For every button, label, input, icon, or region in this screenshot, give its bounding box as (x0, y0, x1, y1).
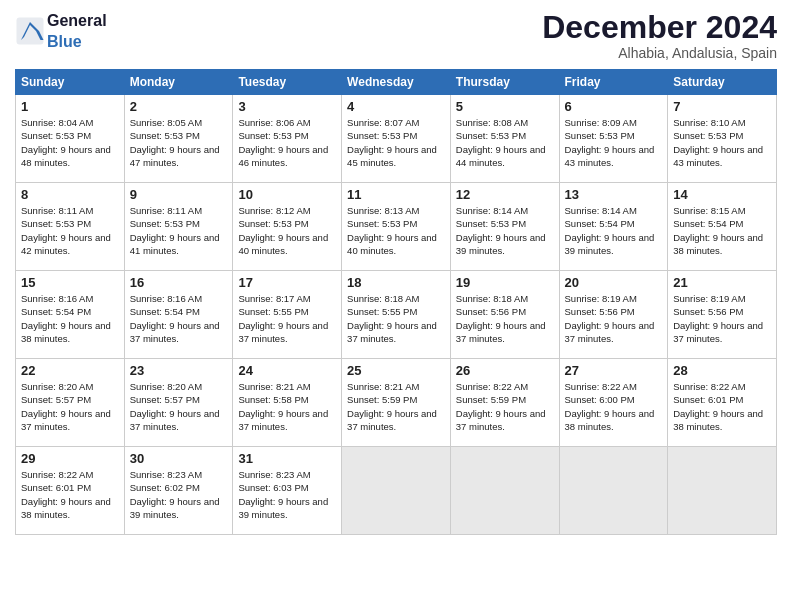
day-number: 27 (565, 363, 663, 378)
page: General Blue December 2024 Alhabia, Anda… (0, 0, 792, 612)
day-info: Sunrise: 8:10 AMSunset: 5:53 PMDaylight:… (673, 116, 771, 169)
table-row: 3Sunrise: 8:06 AMSunset: 5:53 PMDaylight… (233, 95, 342, 183)
day-number: 26 (456, 363, 554, 378)
table-row: 27Sunrise: 8:22 AMSunset: 6:00 PMDayligh… (559, 359, 668, 447)
table-row: 20Sunrise: 8:19 AMSunset: 5:56 PMDayligh… (559, 271, 668, 359)
day-info: Sunrise: 8:22 AMSunset: 6:01 PMDaylight:… (673, 380, 771, 433)
day-info: Sunrise: 8:19 AMSunset: 5:56 PMDaylight:… (565, 292, 663, 345)
logo-general: General (47, 12, 107, 29)
table-row: 29Sunrise: 8:22 AMSunset: 6:01 PMDayligh… (16, 447, 125, 535)
table-row: 10Sunrise: 8:12 AMSunset: 5:53 PMDayligh… (233, 183, 342, 271)
location-title: Alhabia, Andalusia, Spain (542, 45, 777, 61)
day-info: Sunrise: 8:11 AMSunset: 5:53 PMDaylight:… (130, 204, 228, 257)
day-info: Sunrise: 8:12 AMSunset: 5:53 PMDaylight:… (238, 204, 336, 257)
col-tuesday: Tuesday (233, 70, 342, 95)
table-row: 4Sunrise: 8:07 AMSunset: 5:53 PMDaylight… (342, 95, 451, 183)
table-row: 19Sunrise: 8:18 AMSunset: 5:56 PMDayligh… (450, 271, 559, 359)
col-sunday: Sunday (16, 70, 125, 95)
table-row: 21Sunrise: 8:19 AMSunset: 5:56 PMDayligh… (668, 271, 777, 359)
day-number: 23 (130, 363, 228, 378)
day-info: Sunrise: 8:23 AMSunset: 6:03 PMDaylight:… (238, 468, 336, 521)
day-number: 10 (238, 187, 336, 202)
day-info: Sunrise: 8:23 AMSunset: 6:02 PMDaylight:… (130, 468, 228, 521)
day-number: 1 (21, 99, 119, 114)
table-row: 22Sunrise: 8:20 AMSunset: 5:57 PMDayligh… (16, 359, 125, 447)
table-row: 28Sunrise: 8:22 AMSunset: 6:01 PMDayligh… (668, 359, 777, 447)
day-info: Sunrise: 8:21 AMSunset: 5:58 PMDaylight:… (238, 380, 336, 433)
day-number: 21 (673, 275, 771, 290)
day-number: 18 (347, 275, 445, 290)
day-number: 31 (238, 451, 336, 466)
table-row: 14Sunrise: 8:15 AMSunset: 5:54 PMDayligh… (668, 183, 777, 271)
calendar-table: Sunday Monday Tuesday Wednesday Thursday… (15, 69, 777, 535)
table-row: 13Sunrise: 8:14 AMSunset: 5:54 PMDayligh… (559, 183, 668, 271)
day-number: 17 (238, 275, 336, 290)
title-block: December 2024 Alhabia, Andalusia, Spain (542, 10, 777, 61)
logo-blue: Blue (47, 33, 82, 50)
col-saturday: Saturday (668, 70, 777, 95)
table-row: 30Sunrise: 8:23 AMSunset: 6:02 PMDayligh… (124, 447, 233, 535)
table-row: 6Sunrise: 8:09 AMSunset: 5:53 PMDaylight… (559, 95, 668, 183)
day-info: Sunrise: 8:14 AMSunset: 5:53 PMDaylight:… (456, 204, 554, 257)
svg-rect-1 (17, 18, 44, 45)
table-row (342, 447, 451, 535)
table-row: 24Sunrise: 8:21 AMSunset: 5:58 PMDayligh… (233, 359, 342, 447)
day-number: 2 (130, 99, 228, 114)
day-info: Sunrise: 8:16 AMSunset: 5:54 PMDaylight:… (130, 292, 228, 345)
table-row (668, 447, 777, 535)
day-info: Sunrise: 8:22 AMSunset: 6:00 PMDaylight:… (565, 380, 663, 433)
day-info: Sunrise: 8:20 AMSunset: 5:57 PMDaylight:… (21, 380, 119, 433)
month-title: December 2024 (542, 10, 777, 45)
day-number: 14 (673, 187, 771, 202)
day-number: 22 (21, 363, 119, 378)
col-monday: Monday (124, 70, 233, 95)
day-info: Sunrise: 8:20 AMSunset: 5:57 PMDaylight:… (130, 380, 228, 433)
day-info: Sunrise: 8:16 AMSunset: 5:54 PMDaylight:… (21, 292, 119, 345)
header-row: Sunday Monday Tuesday Wednesday Thursday… (16, 70, 777, 95)
day-info: Sunrise: 8:04 AMSunset: 5:53 PMDaylight:… (21, 116, 119, 169)
table-row: 11Sunrise: 8:13 AMSunset: 5:53 PMDayligh… (342, 183, 451, 271)
logo-icon (15, 16, 45, 46)
day-info: Sunrise: 8:15 AMSunset: 5:54 PMDaylight:… (673, 204, 771, 257)
day-info: Sunrise: 8:13 AMSunset: 5:53 PMDaylight:… (347, 204, 445, 257)
day-info: Sunrise: 8:18 AMSunset: 5:55 PMDaylight:… (347, 292, 445, 345)
week-row: 1Sunrise: 8:04 AMSunset: 5:53 PMDaylight… (16, 95, 777, 183)
table-row: 12Sunrise: 8:14 AMSunset: 5:53 PMDayligh… (450, 183, 559, 271)
day-info: Sunrise: 8:05 AMSunset: 5:53 PMDaylight:… (130, 116, 228, 169)
day-number: 4 (347, 99, 445, 114)
day-info: Sunrise: 8:21 AMSunset: 5:59 PMDaylight:… (347, 380, 445, 433)
table-row: 17Sunrise: 8:17 AMSunset: 5:55 PMDayligh… (233, 271, 342, 359)
day-info: Sunrise: 8:09 AMSunset: 5:53 PMDaylight:… (565, 116, 663, 169)
day-number: 30 (130, 451, 228, 466)
week-row: 15Sunrise: 8:16 AMSunset: 5:54 PMDayligh… (16, 271, 777, 359)
day-info: Sunrise: 8:17 AMSunset: 5:55 PMDaylight:… (238, 292, 336, 345)
day-info: Sunrise: 8:18 AMSunset: 5:56 PMDaylight:… (456, 292, 554, 345)
day-info: Sunrise: 8:22 AMSunset: 5:59 PMDaylight:… (456, 380, 554, 433)
day-info: Sunrise: 8:14 AMSunset: 5:54 PMDaylight:… (565, 204, 663, 257)
day-number: 5 (456, 99, 554, 114)
table-row: 16Sunrise: 8:16 AMSunset: 5:54 PMDayligh… (124, 271, 233, 359)
col-thursday: Thursday (450, 70, 559, 95)
header: General Blue December 2024 Alhabia, Anda… (15, 10, 777, 61)
table-row: 26Sunrise: 8:22 AMSunset: 5:59 PMDayligh… (450, 359, 559, 447)
day-number: 13 (565, 187, 663, 202)
day-info: Sunrise: 8:08 AMSunset: 5:53 PMDaylight:… (456, 116, 554, 169)
day-number: 25 (347, 363, 445, 378)
table-row: 8Sunrise: 8:11 AMSunset: 5:53 PMDaylight… (16, 183, 125, 271)
day-number: 6 (565, 99, 663, 114)
col-wednesday: Wednesday (342, 70, 451, 95)
day-info: Sunrise: 8:22 AMSunset: 6:01 PMDaylight:… (21, 468, 119, 521)
day-number: 3 (238, 99, 336, 114)
day-info: Sunrise: 8:07 AMSunset: 5:53 PMDaylight:… (347, 116, 445, 169)
day-number: 16 (130, 275, 228, 290)
day-number: 11 (347, 187, 445, 202)
table-row (450, 447, 559, 535)
day-number: 7 (673, 99, 771, 114)
table-row: 18Sunrise: 8:18 AMSunset: 5:55 PMDayligh… (342, 271, 451, 359)
table-row: 9Sunrise: 8:11 AMSunset: 5:53 PMDaylight… (124, 183, 233, 271)
logo: General Blue (15, 10, 107, 52)
table-row: 5Sunrise: 8:08 AMSunset: 5:53 PMDaylight… (450, 95, 559, 183)
day-number: 28 (673, 363, 771, 378)
day-number: 19 (456, 275, 554, 290)
table-row (559, 447, 668, 535)
